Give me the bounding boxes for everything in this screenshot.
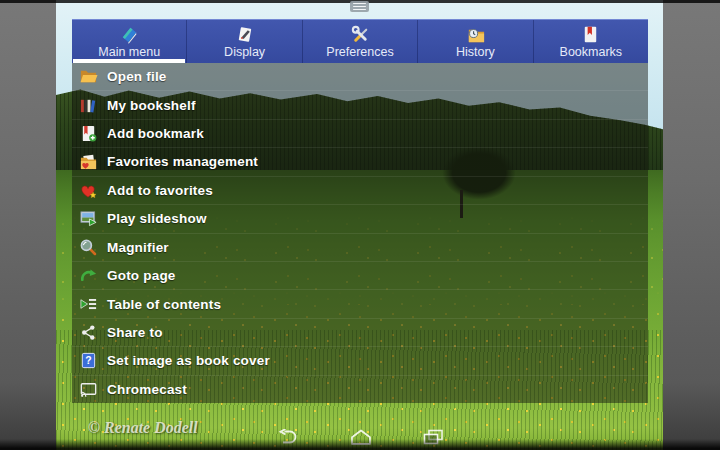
- menu-item-goto-page[interactable]: Goto page: [72, 262, 648, 290]
- menu-item-label: My bookshelf: [107, 98, 196, 113]
- menu-item-add-to-favorites[interactable]: Add to favorites: [72, 177, 648, 205]
- menu-item-label: Favorites management: [107, 154, 258, 169]
- menu-item-label: Share to: [107, 325, 163, 340]
- bookshelf-icon: [79, 96, 98, 115]
- favorites-folder-icon: [79, 152, 98, 171]
- magnifier-icon: [79, 238, 98, 257]
- menu-item-table-of-contents[interactable]: Table of contents: [72, 290, 648, 318]
- cast-screen-icon: [79, 380, 98, 399]
- page-pencil-icon: [234, 24, 255, 45]
- menu-item-play-slideshow[interactable]: Play slideshow: [72, 205, 648, 233]
- menu-item-label: Add bookmark: [107, 126, 204, 141]
- tab-preferences[interactable]: Preferences: [302, 20, 417, 63]
- menu-item-label: Set image as book cover: [107, 353, 270, 368]
- system-menu-button[interactable]: [350, 1, 369, 12]
- goto-arrow-icon: [79, 266, 98, 285]
- tablet-screenshot: Main menu Display Preferences: [0, 0, 720, 450]
- menu-item-share-to[interactable]: Share to: [72, 319, 648, 347]
- menu-item-chromecast[interactable]: Chromecast: [72, 376, 648, 403]
- crossed-tools-icon: [350, 24, 371, 45]
- open-folder-icon: [79, 67, 98, 86]
- tab-bar: Main menu Display Preferences: [72, 19, 648, 63]
- bottom-edge-shadow: [0, 439, 720, 450]
- menu-item-label: Add to favorites: [107, 183, 213, 198]
- tab-history[interactable]: History: [417, 20, 532, 63]
- menu-item-label: Goto page: [107, 268, 176, 283]
- menu-lines-icon: [353, 3, 366, 4]
- share-icon: [79, 323, 98, 342]
- main-menu-panel: Open file My bookshelf Add bookmark: [72, 63, 648, 403]
- heart-star-icon: [79, 181, 98, 200]
- tablet-bezel-right: [663, 0, 720, 450]
- menu-item-set-book-cover[interactable]: ? Set image as book cover: [72, 347, 648, 375]
- photo-watermark: © Renate Dodell: [88, 419, 198, 437]
- tablet-bezel-left: [0, 0, 56, 450]
- tab-main-menu[interactable]: Main menu: [72, 20, 186, 63]
- menu-item-my-bookshelf[interactable]: My bookshelf: [72, 91, 648, 119]
- menu-item-add-bookmark[interactable]: Add bookmark: [72, 120, 648, 148]
- menu-item-label: Open file: [107, 69, 167, 84]
- tab-bookmarks[interactable]: Bookmarks: [533, 20, 648, 63]
- menu-item-magnifier[interactable]: Magnifier: [72, 234, 648, 262]
- menu-item-favorites-management[interactable]: Favorites management: [72, 148, 648, 176]
- menu-item-label: Play slideshow: [107, 211, 207, 226]
- folder-clock-icon: [465, 24, 486, 45]
- menu-item-label: Table of contents: [107, 297, 221, 312]
- tab-display[interactable]: Display: [186, 20, 301, 63]
- toc-list-icon: [79, 295, 98, 314]
- slideshow-play-icon: [79, 209, 98, 228]
- tab-label: Bookmarks: [560, 46, 623, 59]
- tab-label: History: [456, 46, 495, 59]
- add-bookmark-icon: [79, 124, 98, 143]
- tab-label: Display: [224, 46, 265, 59]
- bookmark-page-icon: [580, 24, 601, 45]
- tab-label: Preferences: [326, 46, 393, 59]
- book-icon: [119, 24, 140, 45]
- menu-item-open-file[interactable]: Open file: [72, 63, 648, 91]
- menu-item-label: Magnifier: [107, 240, 169, 255]
- question-cover-icon: ?: [79, 351, 98, 370]
- menu-item-label: Chromecast: [107, 382, 187, 397]
- tab-label: Main menu: [98, 46, 160, 59]
- svg-text:?: ?: [85, 356, 91, 367]
